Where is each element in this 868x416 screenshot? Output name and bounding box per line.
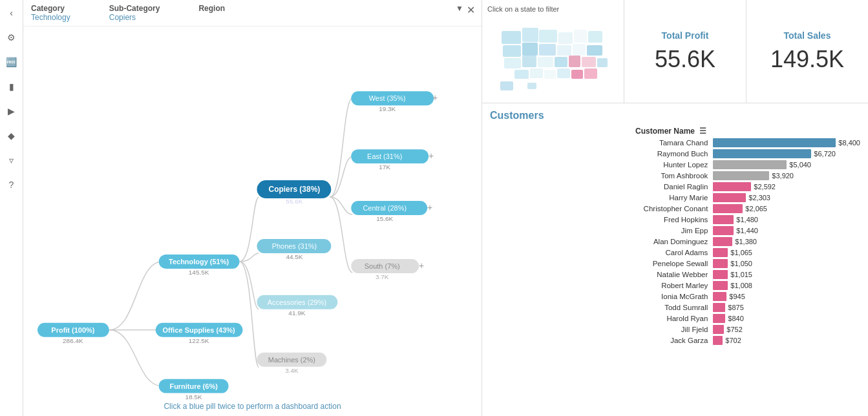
sidebar: ‹ ⚙ 🆓 ▮ ▶ ◆ ▿ ? — [0, 0, 23, 416]
filter-icon[interactable]: ▿ — [4, 152, 19, 168]
bar-cell: $3,920 — [710, 170, 863, 181]
profit-bar — [713, 204, 743, 213]
table-row[interactable]: Tom Ashbrook $3,920 — [487, 170, 863, 181]
svg-rect-41 — [582, 57, 596, 67]
gear-icon[interactable]: ⚙ — [4, 30, 19, 45]
bar-value: $2,303 — [748, 194, 770, 202]
svg-text:Furniture (6%): Furniture (6%) — [169, 382, 218, 390]
bar-cell: $1,065 — [710, 247, 863, 258]
bar-value: $8,400 — [838, 139, 860, 147]
subcategory-col: Sub-Category Copiers — [109, 4, 160, 22]
table-row[interactable]: Harold Ryan $840 — [487, 313, 863, 324]
bar-cell: $6,720 — [710, 148, 863, 159]
us-map[interactable] — [495, 18, 611, 96]
profit-bar — [713, 171, 769, 180]
svg-text:55.6K: 55.6K — [286, 198, 302, 205]
table-row[interactable]: Jill Fjeld $752 — [487, 324, 863, 335]
profit-bar — [713, 303, 725, 312]
customer-name: Harold Ryan — [487, 313, 710, 324]
table-row[interactable]: Harry Marie $2,303 — [487, 192, 863, 203]
total-sales-card: Total Sales 149.5K — [746, 0, 868, 103]
map-card: Click on a state to filter — [482, 0, 624, 103]
table-row[interactable]: Carol Adams $1,065 — [487, 247, 863, 258]
table-row[interactable]: Robert Marley $1,008 — [487, 280, 863, 291]
svg-text:Copiers (38%): Copiers (38%) — [268, 185, 320, 194]
bar-cell: $1,480 — [710, 214, 863, 225]
svg-rect-33 — [557, 45, 571, 56]
customers-title: Customers — [482, 110, 868, 125]
svg-rect-35 — [587, 45, 602, 56]
bar-value: $6,720 — [814, 150, 836, 158]
central-plus[interactable]: + — [427, 202, 432, 213]
paint-icon[interactable]: 🆓 — [4, 54, 19, 70]
svg-text:West (35%): West (35%) — [369, 94, 406, 102]
folder-icon[interactable]: ▮ — [4, 79, 19, 94]
table-row[interactable]: Daniel Raglin $2,592 — [487, 181, 863, 192]
svg-rect-28 — [574, 30, 587, 43]
svg-text:15.6K: 15.6K — [376, 215, 393, 222]
customer-name: Todd Sumrall — [487, 302, 710, 313]
question-icon[interactable]: ? — [4, 177, 19, 192]
table-row[interactable]: Raymond Buch $6,720 — [487, 148, 863, 159]
svg-text:286.4K: 286.4K — [63, 337, 83, 344]
profit-bar — [713, 292, 726, 301]
diamond-icon[interactable]: ◆ — [4, 128, 19, 143]
scroll-down-icon[interactable]: ▼ — [456, 4, 463, 13]
bar-value: $1,380 — [735, 238, 757, 245]
table-row[interactable]: Hunter Lopez $5,040 — [487, 159, 863, 170]
table-row[interactable]: Alan Dominguez $1,380 — [487, 236, 863, 247]
bar-value: $5,040 — [789, 161, 811, 169]
bottom-hint: Click a blue pill twice to perform a das… — [23, 402, 482, 411]
map-visual[interactable] — [487, 16, 619, 98]
customer-name: Fred Hopkins — [487, 214, 710, 225]
network-diagram: Profit (100%) 286.4K Technology (51%) 14… — [23, 26, 482, 410]
table-row[interactable]: Natalie Webber $1,015 — [487, 269, 863, 280]
table-row[interactable]: Jack Garza $702 — [487, 335, 863, 346]
total-profit-value: 55.6K — [655, 46, 715, 73]
svg-rect-31 — [522, 43, 538, 56]
east-plus[interactable]: + — [429, 151, 434, 161]
profit-bar — [713, 215, 734, 224]
profit-bar — [713, 149, 811, 158]
customers-table-wrap[interactable]: Customer Name ☰ Tamara Chand $8,400 Ra — [482, 125, 868, 410]
svg-text:145.5K: 145.5K — [189, 269, 209, 276]
bar-cell: $2,592 — [710, 181, 863, 192]
profit-bar — [713, 325, 724, 334]
bar-col-header — [710, 125, 863, 137]
main-area: Category Technology Sub-Category Copiers… — [23, 0, 868, 416]
table-row[interactable]: Jim Epp $1,440 — [487, 225, 863, 236]
table-row[interactable]: Penelope Sewall $1,050 — [487, 258, 863, 269]
customer-name: Penelope Sewall — [487, 258, 710, 269]
svg-rect-34 — [573, 44, 586, 56]
customer-name: Hunter Lopez — [487, 159, 710, 170]
customer-name: Jack Garza — [487, 335, 710, 346]
svg-rect-43 — [514, 70, 529, 79]
svg-rect-25 — [522, 28, 538, 42]
total-profit-label: Total Profit — [662, 30, 709, 41]
play-icon[interactable]: ▶ — [4, 103, 19, 119]
customer-name-header: Customer Name ☰ — [487, 125, 710, 137]
svg-rect-44 — [530, 68, 543, 78]
region-col: Region — [198, 4, 225, 22]
filter-sort-icon[interactable]: ☰ — [699, 127, 706, 136]
bar-value: $2,592 — [754, 183, 776, 191]
collapse-icon[interactable]: ‹ — [4, 5, 19, 21]
table-row[interactable]: Ionia McGrath $945 — [487, 291, 863, 302]
svg-text:Office Supplies (43%): Office Supplies (43%) — [163, 326, 235, 334]
bar-cell: $840 — [710, 313, 863, 324]
right-panel: Click on a state to filter — [482, 0, 868, 416]
west-plus[interactable]: + — [432, 92, 438, 103]
south-plus[interactable]: + — [419, 260, 424, 271]
svg-rect-46 — [557, 68, 570, 78]
table-row[interactable]: Christopher Conant $2,065 — [487, 203, 863, 214]
bar-cell: $1,380 — [710, 236, 863, 247]
table-row[interactable]: Tamara Chand $8,400 — [487, 137, 863, 148]
left-panel: Category Technology Sub-Category Copiers… — [23, 0, 482, 416]
svg-rect-40 — [569, 56, 580, 67]
close-icon[interactable]: ✕ — [467, 4, 475, 16]
table-row[interactable]: Fred Hopkins $1,480 — [487, 214, 863, 225]
bar-value: $840 — [728, 315, 743, 322]
table-row[interactable]: Todd Sumrall $875 — [487, 302, 863, 313]
customer-name: Alan Dominguez — [487, 236, 710, 247]
bar-value: $1,008 — [730, 282, 752, 289]
